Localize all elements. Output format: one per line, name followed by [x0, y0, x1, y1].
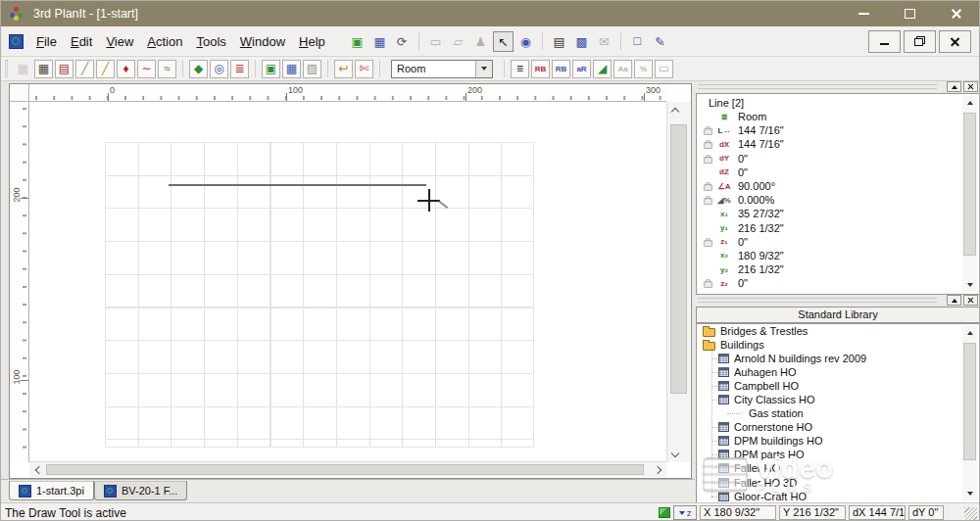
length-row[interactable]: L↔ 144 7/16" — [697, 123, 979, 137]
draw-track-button[interactable]: ╱ — [96, 60, 115, 78]
export-view-button[interactable]: ▩ — [571, 31, 592, 52]
scroll-right-button[interactable] — [651, 462, 666, 478]
mdi-restore-button[interactable] — [904, 30, 936, 53]
lib-dpm-parts-ho[interactable]: DPM parts HO — [697, 448, 979, 461]
property-value[interactable]: 0.000% — [738, 194, 774, 206]
draw-line-button[interactable]: ╱ — [75, 60, 94, 78]
splitter-grip[interactable] — [698, 84, 937, 90]
horizontal-scrollbar[interactable] — [29, 461, 666, 477]
lock-icon[interactable] — [704, 128, 712, 135]
tab-1-start[interactable]: 1-start.3pi — [9, 481, 94, 500]
property-value[interactable]: 35 27/32" — [738, 208, 784, 219]
lib-faller-ho[interactable]: Faller HO — [697, 461, 979, 475]
train-view-button[interactable]: ▦ — [369, 31, 390, 52]
lib-buildings[interactable]: Buildings — [697, 338, 979, 352]
library-scrollbar[interactable] — [962, 326, 977, 500]
refresh-view-button[interactable]: ⟳ — [392, 31, 413, 52]
scroll-up-button[interactable] — [962, 327, 977, 339]
property-value[interactable]: 0" — [738, 153, 748, 165]
menu-help[interactable]: Help — [292, 30, 332, 53]
center-view-button[interactable]: ▣ — [262, 60, 280, 78]
property-value[interactable]: Room — [738, 111, 766, 122]
cut-button[interactable]: ✄ — [355, 60, 373, 78]
menu-edit[interactable]: Edit — [64, 30, 99, 53]
scrollbar-thumb[interactable] — [46, 464, 644, 475]
vertical-scrollbar[interactable] — [666, 102, 690, 462]
scroll-up-button[interactable] — [667, 102, 683, 118]
minimize-button[interactable] — [841, 1, 887, 26]
panel-close-button[interactable] — [963, 295, 978, 306]
panel-close-button[interactable] — [963, 81, 978, 92]
run-train-button[interactable]: ▱ — [448, 31, 468, 52]
delta-y-row[interactable]: dY 0" — [697, 152, 979, 166]
grid-settings-button[interactable]: ▦ — [34, 60, 53, 78]
place-object-button[interactable]: ♦ — [117, 60, 135, 78]
lock-icon[interactable] — [704, 281, 712, 288]
background-image-button[interactable]: ▨ — [303, 60, 321, 78]
lib-arnold-n[interactable]: Arnold N buildings rev 2009 — [697, 352, 979, 365]
profile-button[interactable]: ≈ — [158, 60, 176, 78]
color-by-layer-alt-button[interactable]: RB — [552, 60, 570, 78]
scrollbar-thumb[interactable] — [670, 124, 687, 394]
lib-auhagen-ho[interactable]: Auhagen HO — [697, 365, 979, 379]
properties-window-button[interactable]: □ — [627, 31, 648, 52]
contour-button[interactable]: ◎ — [210, 60, 228, 78]
mdi-minimize-button[interactable] — [868, 30, 901, 53]
scroll-down-button[interactable] — [962, 488, 977, 499]
scroll-left-button[interactable] — [29, 462, 45, 478]
properties-scrollbar[interactable] — [962, 96, 977, 292]
panel-splitter[interactable] — [696, 295, 980, 307]
layer-row[interactable]: ≣ Room — [697, 110, 979, 123]
lock-icon[interactable] — [704, 198, 712, 205]
menu-window[interactable]: Window — [233, 30, 292, 53]
property-value[interactable]: 0" — [738, 236, 748, 248]
property-value[interactable]: 0" — [738, 277, 748, 289]
property-value[interactable]: 0" — [738, 166, 748, 178]
view-3d-button[interactable]: ▣ — [347, 31, 368, 52]
menu-action[interactable]: Action — [140, 30, 189, 53]
lib-cornerstone-ho[interactable]: Cornerstone HO — [697, 420, 979, 434]
property-value[interactable]: 144 7/16" — [738, 138, 784, 150]
x1-row[interactable]: x₁ 35 27/32" — [697, 207, 979, 220]
scrollbar-thumb[interactable] — [963, 343, 976, 460]
maximize-button[interactable] — [887, 1, 933, 26]
property-value[interactable]: 216 1/32" — [738, 222, 784, 234]
snapshot-button[interactable]: ▤ — [549, 31, 569, 52]
elevation-z-button[interactable]: z — [673, 505, 697, 520]
close-button[interactable] — [933, 1, 979, 26]
notes-button[interactable]: ✎ — [650, 31, 670, 52]
elevation-layers-button[interactable]: ≣ — [230, 60, 249, 78]
menu-file[interactable]: File — [29, 30, 64, 53]
delta-x-row[interactable]: dX 144 7/16" — [697, 137, 979, 151]
lock-icon[interactable] — [704, 157, 712, 164]
parts-list-button[interactable]: ▦ — [282, 60, 301, 78]
resize-grip[interactable] — [964, 507, 977, 520]
undo-button[interactable]: ↩ — [334, 60, 353, 78]
scrollbar-thumb[interactable] — [963, 113, 976, 256]
library-header-button[interactable]: Standard Library — [696, 307, 980, 323]
lock-icon[interactable] — [704, 184, 712, 191]
property-value[interactable]: 216 1/32" — [738, 263, 784, 275]
lib-city-classics-ho[interactable]: City Classics HO — [697, 393, 979, 406]
grade-label-button[interactable]: % — [634, 60, 653, 78]
walkthrough-button[interactable]: ♟ — [470, 31, 491, 52]
track-grid-button[interactable]: ▤ — [55, 60, 74, 78]
layer-combobox[interactable]: Room — [391, 60, 493, 78]
mdi-close-button[interactable] — [939, 30, 971, 53]
lib-faller-ho-3d[interactable]: Faller HO 3D — [697, 476, 979, 490]
lib-dpm-buildings-ho[interactable]: DPM buildings HO — [697, 434, 979, 448]
z2-row[interactable]: z₂ 0" — [697, 276, 979, 290]
snap-grid-button[interactable]: ▦ — [14, 60, 32, 78]
scroll-down-button[interactable] — [667, 447, 683, 462]
select-tool-button[interactable]: ↖ — [493, 31, 514, 52]
line-style-button[interactable]: ≡ — [511, 60, 529, 78]
lib-campbell-ho[interactable]: Campbell HO — [697, 379, 979, 393]
color-by-layer-button[interactable]: RB — [531, 60, 550, 78]
panel-collapse-button[interactable] — [947, 295, 961, 306]
x2-row[interactable]: x₂ 180 9/32" — [697, 249, 979, 262]
lock-icon[interactable] — [704, 142, 712, 149]
lib-bridges-trestles[interactable]: Bridges & Trestles — [697, 324, 979, 338]
angle-row[interactable]: ∠A 90.000° — [697, 179, 979, 193]
property-value[interactable]: 180 9/32" — [738, 250, 784, 261]
menu-view[interactable]: View — [99, 30, 140, 53]
